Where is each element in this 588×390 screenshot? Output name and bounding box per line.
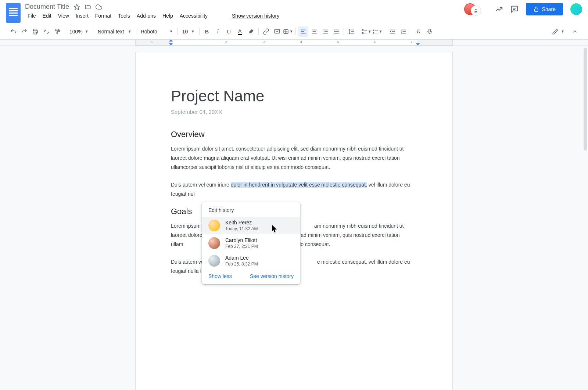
style-dropdown[interactable]: Normal text▼ bbox=[96, 27, 134, 36]
doc-title-heading[interactable]: Project Name bbox=[171, 87, 417, 105]
edit-time: Today, 11:32 AM bbox=[225, 226, 258, 231]
edit-time: Feb 25, 8:32 PM bbox=[225, 261, 258, 267]
spellcheck-button[interactable] bbox=[41, 26, 51, 37]
editor-name: Carolyn Elliott bbox=[225, 237, 258, 243]
editor-name: Keith Perez bbox=[225, 220, 258, 225]
document-title-input[interactable]: Document Title bbox=[25, 3, 69, 11]
star-icon[interactable] bbox=[74, 4, 80, 10]
align-justify-button[interactable] bbox=[331, 26, 341, 37]
bullet-list-button[interactable]: ▼ bbox=[372, 26, 383, 37]
link-button[interactable] bbox=[261, 26, 271, 37]
font-dropdown[interactable]: Roboto▼ bbox=[139, 27, 175, 36]
docs-home-icon[interactable] bbox=[6, 3, 21, 23]
history-row-keith[interactable]: Keith Perez Today, 11:32 AM bbox=[202, 217, 300, 234]
checklist-button[interactable]: ▼ bbox=[361, 26, 372, 37]
svg-rect-31 bbox=[362, 32, 363, 33]
bold-button[interactable]: B bbox=[202, 26, 212, 37]
align-center-button[interactable] bbox=[309, 26, 319, 37]
menu-file[interactable]: File bbox=[25, 11, 39, 20]
vertical-scrollbar[interactable] bbox=[584, 48, 587, 151]
clear-format-button[interactable] bbox=[413, 26, 424, 37]
left-margin-marker[interactable] bbox=[169, 43, 173, 46]
edit-time: Feb 27, 2:21 PM bbox=[225, 244, 258, 249]
italic-button[interactable]: I bbox=[213, 26, 223, 37]
undo-button[interactable] bbox=[8, 26, 18, 37]
popup-title: Edit history bbox=[202, 202, 300, 217]
toolbar: 100%▼ Normal text▼ Roboto▼ 10▼ B I U A ▼… bbox=[0, 24, 588, 40]
overview-paragraph-2[interactable]: Duis autem vel eum iriure dolor in hendr… bbox=[171, 180, 417, 199]
move-icon[interactable] bbox=[85, 4, 91, 10]
image-button[interactable]: ▼ bbox=[283, 26, 293, 37]
menu-insert[interactable]: Insert bbox=[73, 11, 91, 20]
svg-marker-0 bbox=[74, 4, 80, 10]
left-indent-marker[interactable] bbox=[169, 39, 173, 41]
collaborator-avatar[interactable] bbox=[464, 3, 476, 15]
voice-typing-button[interactable] bbox=[424, 26, 435, 37]
history-row-carolyn[interactable]: Carolyn Elliott Feb 27, 2:21 PM bbox=[202, 234, 300, 252]
share-label: Share bbox=[542, 6, 556, 12]
avatar bbox=[208, 220, 220, 231]
svg-rect-29 bbox=[362, 29, 363, 30]
line-spacing-button[interactable] bbox=[346, 26, 356, 37]
document-page[interactable]: Project Name September 04, 20XX Overview… bbox=[135, 52, 453, 390]
share-button[interactable]: Share bbox=[526, 3, 563, 15]
increase-indent-button[interactable] bbox=[398, 26, 409, 37]
menubar: File Edit View Insert Format Tools Add-o… bbox=[25, 11, 464, 20]
show-less-link[interactable]: Show less bbox=[208, 273, 232, 279]
svg-rect-43 bbox=[429, 29, 430, 32]
avatar bbox=[208, 255, 220, 267]
menu-help[interactable]: Help bbox=[160, 11, 176, 20]
highlighted-text[interactable]: dolor in hendrerit in vulputate velit es… bbox=[231, 182, 367, 188]
menu-view[interactable]: View bbox=[55, 11, 72, 20]
zoom-dropdown[interactable]: 100%▼ bbox=[67, 27, 91, 36]
history-row-adam[interactable]: Adam Lee Feb 25, 8:32 PM bbox=[202, 252, 300, 270]
version-history-link[interactable]: Show version history bbox=[229, 11, 282, 20]
svg-rect-4 bbox=[534, 9, 538, 11]
svg-point-35 bbox=[373, 32, 374, 33]
svg-point-13 bbox=[284, 30, 286, 32]
highlight-button[interactable] bbox=[246, 26, 256, 37]
paint-format-button[interactable] bbox=[52, 26, 62, 37]
collapse-button[interactable] bbox=[570, 26, 580, 37]
comments-icon[interactable] bbox=[510, 5, 519, 13]
align-right-button[interactable] bbox=[320, 26, 330, 37]
menu-tools[interactable]: Tools bbox=[115, 11, 133, 20]
doc-date[interactable]: September 04, 20XX bbox=[171, 109, 417, 115]
print-button[interactable] bbox=[30, 26, 40, 37]
activity-icon[interactable] bbox=[495, 5, 503, 13]
horizontal-ruler[interactable]: 1 2 3 4 5 6 7 bbox=[135, 40, 453, 46]
decrease-indent-button[interactable] bbox=[387, 26, 398, 37]
align-left-button[interactable] bbox=[298, 26, 308, 37]
menu-addons[interactable]: Add-ons bbox=[134, 11, 158, 20]
menu-format[interactable]: Format bbox=[93, 11, 114, 20]
lock-icon bbox=[533, 6, 539, 12]
editor-name: Adam Lee bbox=[225, 255, 258, 261]
svg-rect-8 bbox=[55, 29, 58, 31]
menu-edit[interactable]: Edit bbox=[40, 11, 54, 20]
text-color-button[interactable]: A bbox=[235, 26, 245, 37]
see-version-history-link[interactable]: See version history bbox=[250, 273, 294, 279]
avatar bbox=[208, 237, 220, 249]
overview-heading[interactable]: Overview bbox=[171, 130, 417, 139]
right-margin-marker[interactable] bbox=[416, 43, 420, 46]
overview-paragraph-1[interactable]: Lorem ipsum dolor sit amet, consectetuer… bbox=[171, 144, 417, 172]
editing-mode-button[interactable]: ▼ bbox=[551, 27, 566, 36]
edit-history-popup: Edit history Keith Perez Today, 11:32 AM… bbox=[202, 202, 300, 284]
fontsize-dropdown[interactable]: 10▼ bbox=[180, 27, 197, 36]
underline-button[interactable]: U bbox=[224, 26, 234, 37]
menu-accessibility[interactable]: Accessibility bbox=[177, 11, 210, 20]
cloud-icon[interactable] bbox=[96, 4, 102, 10]
user-avatar[interactable] bbox=[570, 3, 582, 15]
svg-point-1 bbox=[475, 9, 477, 10]
svg-point-33 bbox=[373, 30, 374, 30]
redo-button[interactable] bbox=[19, 26, 29, 37]
collab-badge-icon bbox=[471, 6, 481, 16]
comment-button[interactable] bbox=[272, 26, 282, 37]
